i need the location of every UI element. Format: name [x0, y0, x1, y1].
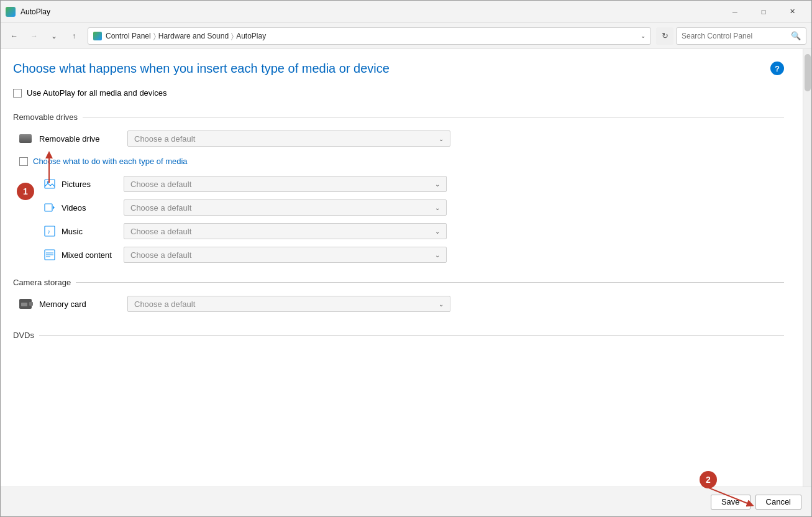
dvds-title: DVDs: [13, 331, 34, 340]
forward-button[interactable]: →: [25, 27, 43, 45]
scrollbar-thumb[interactable]: [805, 54, 811, 91]
memory-card-icon: [19, 299, 32, 309]
svg-marker-3: [53, 206, 55, 209]
mixed-content-select[interactable]: Choose a default ⌄: [124, 247, 447, 263]
titlebar: AutoPlay ─ □ ✕: [1, 1, 811, 23]
removable-drive-select[interactable]: Choose a default ⌄: [127, 130, 450, 147]
camera-storage-title: Camera storage: [13, 278, 71, 287]
media-type-checkbox-row: Choose what to do with each type of medi…: [13, 157, 784, 166]
media-type-checkbox[interactable]: [19, 157, 28, 166]
address-icon: [93, 32, 102, 40]
removable-drives-section: Removable drives Removable drive Choose …: [13, 112, 784, 263]
chevron-down-icon: ⌄: [435, 181, 440, 188]
app-icon: [6, 7, 16, 17]
mixed-content-label: Mixed content: [62, 250, 117, 260]
save-button[interactable]: Save: [711, 495, 750, 510]
chevron-down-icon: ⌄: [435, 252, 440, 258]
window: AutoPlay ─ □ ✕ ← → ⌄ ↑ Control Panel 〉 H…: [0, 0, 812, 517]
removable-drive-icon: [19, 134, 32, 143]
svg-rect-0: [45, 180, 55, 188]
removable-drive-label: Removable drive: [39, 134, 120, 144]
svg-rect-12: [21, 303, 27, 306]
back-button[interactable]: ←: [6, 27, 23, 45]
search-box[interactable]: 🔍: [676, 27, 806, 45]
memory-card-select[interactable]: Choose a default ⌄: [127, 296, 450, 312]
memory-card-label: Memory card: [39, 300, 120, 309]
content-area: ? Choose what happens when you insert ea…: [1, 49, 811, 487]
autoplay-checkbox[interactable]: [13, 89, 22, 98]
minimize-button[interactable]: ─: [721, 1, 749, 23]
pictures-select[interactable]: Choose a default ⌄: [124, 176, 447, 192]
bottom-bar: 2 Save Cancel: [1, 487, 811, 516]
media-type-label[interactable]: Choose what to do with each type of medi…: [33, 157, 188, 166]
music-icon: ♪: [44, 226, 55, 237]
camera-storage-header: Camera storage: [13, 278, 784, 287]
dvds-header: DVDs: [13, 331, 784, 340]
music-label: Music: [62, 227, 117, 236]
refresh-button[interactable]: ↻: [656, 27, 673, 45]
chevron-down-icon: ⌄: [435, 204, 440, 211]
page-title: Choose what happens when you insert each…: [13, 62, 696, 76]
autoplay-label[interactable]: Use AutoPlay for all media and devices: [27, 88, 167, 98]
section-divider: [39, 335, 784, 336]
videos-row: Videos Choose a default ⌄: [13, 199, 784, 216]
help-button[interactable]: ?: [770, 62, 784, 75]
section-divider: [83, 117, 784, 117]
chevron-down-icon: ⌄: [435, 228, 440, 235]
maximize-button[interactable]: □: [749, 1, 778, 23]
music-row: ♪ Music Choose a default ⌄: [13, 223, 784, 239]
memory-card-row: Memory card Choose a default ⌄: [13, 296, 784, 312]
pictures-icon: [44, 178, 55, 190]
scrollbar[interactable]: [803, 49, 811, 487]
chevron-down-icon: ⌄: [439, 301, 444, 308]
recent-button[interactable]: ⌄: [45, 27, 63, 45]
removable-drive-row: Removable drive Choose a default ⌄: [13, 130, 784, 147]
cancel-button[interactable]: Cancel: [755, 495, 801, 510]
autoplay-checkbox-row: Use AutoPlay for all media and devices: [13, 88, 784, 98]
up-button[interactable]: ↑: [65, 27, 83, 45]
removable-drives-title: Removable drives: [13, 112, 78, 122]
navbar: ← → ⌄ ↑ Control Panel 〉 Hardware and Sou…: [1, 23, 811, 49]
camera-storage-section: Camera storage Memory card Choose a defa…: [13, 278, 784, 312]
pictures-label: Pictures: [62, 180, 117, 189]
mixed-content-icon: [44, 249, 55, 260]
breadcrumb-level1[interactable]: Hardware and Sound: [158, 32, 229, 40]
breadcrumb-root[interactable]: Control Panel: [106, 32, 151, 40]
svg-rect-11: [29, 302, 33, 306]
address-bar[interactable]: Control Panel 〉 Hardware and Sound 〉 Aut…: [88, 27, 651, 45]
videos-select[interactable]: Choose a default ⌄: [124, 199, 447, 216]
pictures-row: Pictures Choose a default ⌄: [13, 176, 784, 192]
close-button[interactable]: ✕: [778, 1, 806, 23]
search-icon[interactable]: 🔍: [791, 31, 801, 40]
videos-icon: [44, 202, 55, 213]
svg-rect-2: [45, 204, 52, 211]
section-divider: [76, 282, 784, 283]
breadcrumb-level2[interactable]: AutoPlay: [236, 32, 266, 40]
address-dropdown-icon[interactable]: ⌄: [641, 32, 645, 39]
dvds-section: DVDs: [13, 331, 784, 340]
videos-label: Videos: [62, 203, 117, 213]
removable-drives-header: Removable drives: [13, 112, 784, 122]
svg-text:♪: ♪: [47, 228, 50, 235]
window-title: AutoPlay: [21, 7, 721, 16]
music-select[interactable]: Choose a default ⌄: [124, 223, 447, 239]
mixed-content-row: Mixed content Choose a default ⌄: [13, 247, 784, 263]
window-controls: ─ □ ✕: [721, 1, 806, 23]
svg-point-1: [47, 181, 49, 183]
main-content: ? Choose what happens when you insert ea…: [1, 49, 803, 487]
chevron-down-icon: ⌄: [439, 135, 444, 142]
search-input[interactable]: [682, 32, 791, 40]
